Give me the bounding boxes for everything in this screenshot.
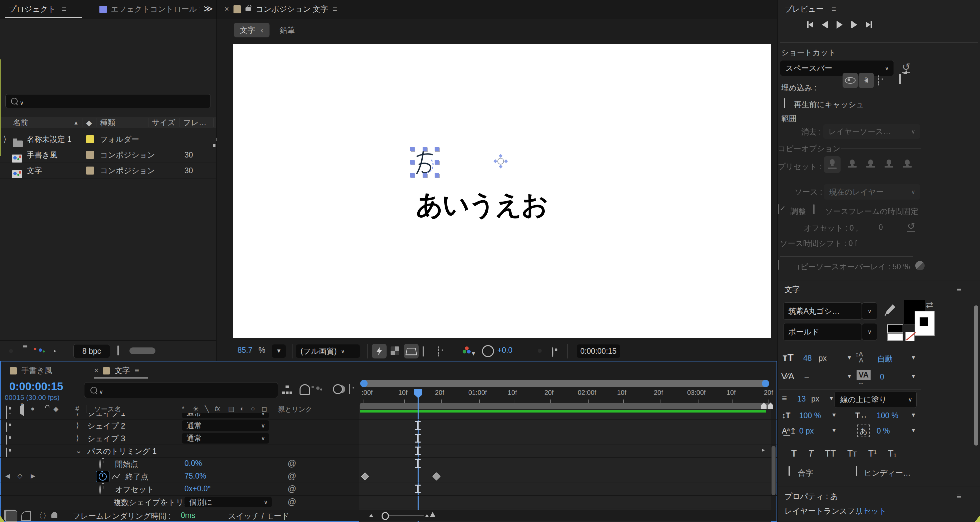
default-colors-icon[interactable] — [887, 324, 903, 333]
chevron-down-icon[interactable]: ▼ — [911, 373, 916, 380]
next-frame-button[interactable] — [851, 21, 857, 28]
blend-mode-dropdown[interactable]: 通常 ∨ — [182, 433, 269, 444]
unlock-icon[interactable] — [245, 7, 251, 11]
project-row-folder[interactable]: ⟩ 名称未設定 1 フォルダー — [0, 131, 216, 147]
tab-effect-controls[interactable]: エフェクトコントロール 文… — [99, 4, 199, 14]
panel-menu-icon[interactable]: ≡ — [62, 5, 66, 14]
chevron-down-icon[interactable]: ▼ — [831, 427, 837, 434]
selected-shape-layer[interactable] — [413, 150, 437, 175]
chevron-down-icon[interactable]: ▼ — [846, 373, 852, 380]
stopwatch-active-box[interactable] — [96, 471, 110, 482]
quality-icon[interactable]: ╲ — [205, 405, 209, 413]
chevron-down-icon[interactable]: ▼ — [829, 395, 834, 402]
stroke-color-swatch[interactable] — [915, 311, 935, 336]
panel-menu-icon[interactable]: ≡ — [832, 5, 836, 14]
offset-value[interactable]: 0 — [878, 223, 883, 232]
breadcrumb-current[interactable]: 文字 ‹ — [234, 23, 269, 37]
reset-link[interactable]: リセット — [855, 506, 886, 516]
prev-frame-button[interactable] — [822, 21, 828, 28]
faux-bold-button[interactable]: T — [791, 449, 797, 459]
panel-menu-icon[interactable]: ≡ — [957, 492, 961, 501]
aligned-checkbox[interactable] — [778, 204, 779, 214]
layer-row-shape3[interactable]: ⟩ シェイプ 3 通常 ∨ — [0, 432, 777, 445]
shortcut-dropdown[interactable]: スペースバー ∨ — [780, 60, 894, 76]
play-button[interactable] — [837, 21, 843, 29]
reset-offset-icon[interactable]: ↺ — [907, 222, 915, 232]
horizontal-scrollbar[interactable] — [129, 348, 156, 354]
composition-canvas[interactable]: あいうえお — [233, 44, 771, 338]
source-dropdown[interactable]: 現在のレイヤー ∨ — [824, 184, 920, 200]
timeline-top-scrollbar[interactable] — [360, 380, 769, 387]
scrollbar-left-cap[interactable] — [360, 380, 368, 387]
tab-timeline-tegakifu[interactable]: 手書き風 — [10, 366, 52, 376]
chevron-down-icon[interactable]: ▼ — [831, 412, 837, 418]
collapse-icon[interactable]: ☀ — [193, 405, 199, 413]
label-column-icon[interactable]: ◆ — [53, 405, 58, 413]
zoom-in-icon[interactable] — [430, 512, 436, 517]
exposure-value[interactable]: +0.0 — [497, 346, 512, 355]
solo-column-icon[interactable]: ● — [31, 405, 35, 412]
property-value[interactable]: 75.0% — [185, 472, 206, 480]
chevron-down-icon[interactable]: ▼ — [911, 354, 916, 361]
subscript-button[interactable]: T₁ — [888, 449, 897, 459]
project-row-tegakifu[interactable]: 手書き風 コンポジション 30 — [0, 147, 216, 163]
chevron-down-icon[interactable]: ▼ — [911, 412, 916, 418]
expand-layer-switches-icon[interactable] — [5, 511, 18, 522]
stopwatch-icon[interactable] — [99, 485, 101, 495]
property-row-end[interactable]: ◀ ◇ ▶ 終了点 75.0% @ — [0, 470, 777, 483]
property-value[interactable]: 0x+0.0° — [185, 484, 211, 493]
keyframe-diamond[interactable] — [361, 472, 369, 480]
stroke-width-value[interactable]: 13 — [797, 394, 806, 404]
chevron-down-icon[interactable]: ▼ — [471, 350, 476, 357]
eye-icon[interactable] — [6, 448, 7, 458]
selection-handle[interactable] — [410, 173, 415, 177]
blend-mode-dropdown[interactable]: 通常 ∨ — [182, 420, 269, 431]
font-family-chevron[interactable]: ∨ — [862, 302, 877, 320]
include-overlays-toggle[interactable] — [878, 75, 879, 85]
clone-overlay-checkbox[interactable] — [778, 260, 779, 270]
threed-col-icon[interactable]: ◻ — [261, 405, 267, 413]
eye-icon[interactable] — [6, 435, 7, 445]
no-color-swatch[interactable] — [905, 332, 915, 341]
small-caps-button[interactable]: Tᴛ — [847, 449, 857, 459]
close-icon[interactable]: × — [224, 5, 229, 14]
zoom-dropdown[interactable]: ▼ — [272, 345, 286, 358]
multi-trim-dropdown[interactable]: 個別に ∨ — [185, 496, 272, 507]
tab-timeline-moji[interactable]: × 文字 ≡ — [94, 366, 139, 376]
close-icon[interactable]: × — [94, 366, 99, 375]
adjustment-col-icon[interactable]: ○ — [251, 405, 255, 412]
stroke-mode-dropdown[interactable]: 線の上に塗り ∨ — [835, 391, 916, 408]
col-type[interactable]: 種類 — [100, 118, 115, 128]
pickwhip-icon[interactable]: @ — [288, 458, 296, 469]
font-style-dropdown[interactable]: ボールド — [783, 323, 862, 340]
clone-preset-1[interactable] — [824, 156, 841, 173]
font-style-chevron[interactable]: ∨ — [862, 323, 877, 340]
vertical-scale-value[interactable]: 100 % — [799, 411, 821, 420]
selection-handle[interactable] — [410, 160, 415, 164]
col-frame[interactable]: フレ… — [183, 118, 207, 128]
layer-row-shape2[interactable]: ⟩ シェイプ 2 通常 ∨ — [0, 419, 777, 432]
erase-dropdown[interactable]: レイヤーソース… ∨ — [823, 124, 920, 139]
tsume-value[interactable]: 0 % — [877, 426, 890, 435]
expand-icon[interactable]: ⟩ — [3, 134, 6, 144]
tracking-value[interactable]: 0 — [880, 372, 884, 382]
fast-preview-button[interactable] — [372, 344, 387, 358]
pickwhip-icon[interactable]: @ — [288, 484, 296, 494]
parent-link-column[interactable]: 親とリンク — [278, 405, 312, 414]
prev-keyframe-icon[interactable]: ◀ — [5, 472, 10, 480]
kerning-value[interactable]: – — [805, 372, 809, 382]
pickwhip-icon[interactable]: @ — [288, 496, 296, 507]
frame-blend-col-icon[interactable]: ▤ — [228, 405, 234, 413]
trash-icon[interactable] — [118, 345, 119, 356]
all-caps-button[interactable]: TT — [825, 449, 836, 459]
panel-menu-icon[interactable]: ≡ — [333, 5, 337, 14]
property-value[interactable]: 0.0% — [185, 459, 202, 468]
label-color-chip[interactable] — [86, 135, 94, 143]
panel-menu-icon[interactable]: ≡ — [957, 285, 961, 294]
pickwhip-icon[interactable]: @ — [288, 471, 296, 481]
selection-handle[interactable] — [410, 147, 415, 151]
motion-blur-col-icon[interactable]: ◐ — [240, 405, 244, 412]
selection-handle[interactable] — [434, 147, 439, 151]
source-name-column[interactable]: ソース名 — [94, 405, 121, 414]
font-family-dropdown[interactable]: 筑紫A丸ゴシ… — [783, 302, 862, 320]
